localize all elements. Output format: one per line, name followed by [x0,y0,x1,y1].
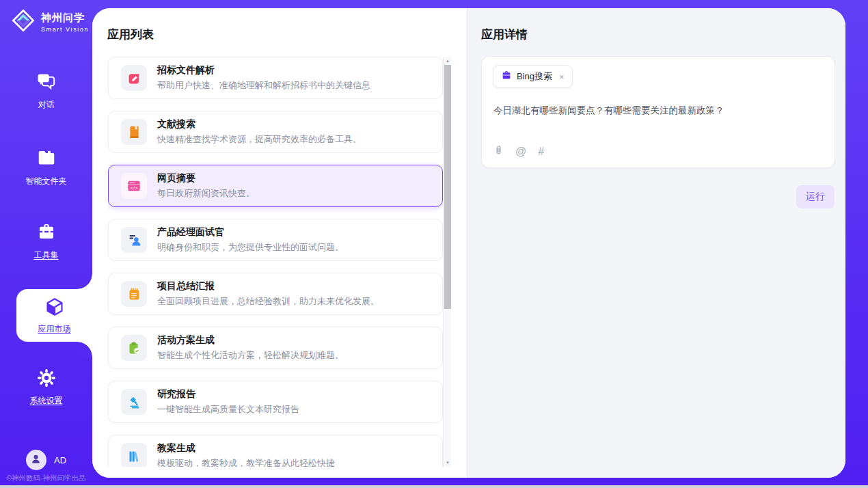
interviewer-icon [121,227,147,253]
app-detail-panel: 应用详情 Bing搜索 × 今日湖北有哪些新闻要点？有哪些需要关注的最新政策？ [467,8,845,478]
chat-icon [36,71,57,94]
app-card-project-summary[interactable]: 项目总结汇报 全面回顾项目进展，总结经验教训，助力未来优化发展。 [108,273,443,315]
app-card-lesson-plan[interactable]: 教案生成 模板驱动，教案秒成，教学准备从此轻松快捷 [108,435,443,467]
edit-document-icon [121,65,147,91]
screen-bottom-edge [0,485,868,488]
app-card-desc: 明确身份和职责，为您提供专业性的面试问题。 [157,241,344,254]
app-card-webpage-summary[interactable]: </> 网页摘要 每日政府新闻资讯快查。 [108,165,443,207]
app-card-research-report[interactable]: 研究报告 一键智能生成高质量长文本研究报告 [108,381,443,423]
app-card-title: 项目总结汇报 [157,280,379,293]
sidebar-item-label: 工具集 [34,249,59,261]
svg-text:</>: </> [131,185,138,190]
app-card-title: 研究报告 [157,388,299,401]
query-text[interactable]: 今日湖北有哪些新闻要点？有哪些需要关注的最新政策？ [493,104,821,118]
sidebar-item-settings[interactable]: 系统设置 [0,368,92,407]
bubble-fillet-bottom [77,342,92,357]
app-card-literature-search[interactable]: 文献搜索 快速精准查找学术资源，提高研究效率的必备工具。 [108,111,443,153]
sidebar-item-label: 应用市场 [38,323,71,335]
paperclip-icon[interactable] [493,144,504,159]
app-card-pm-interviewer[interactable]: 产品经理面试官 明确身份和职责，为您提供专业性的面试问题。 [108,219,443,261]
app-card-desc: 全面回顾项目进展，总结经验教训，助力未来优化发展。 [157,295,379,308]
app-card-desc: 智能生成个性化活动方案，轻松解决规划难题。 [157,349,344,362]
gear-icon [37,368,56,390]
books-icon [121,443,147,467]
toolbox-icon [36,221,57,245]
chip-close-icon[interactable]: × [559,72,565,82]
app-card-event-plan[interactable]: 活动方案生成 智能生成个性化活动方案，轻松解决规划难题。 [108,327,443,369]
webpage-code-icon: </> [121,173,147,199]
cube-icon [44,297,65,320]
sidebar-item-label: 智能文件夹 [26,176,67,187]
clipboard-check-icon [121,335,147,361]
briefcase-icon [501,70,512,83]
sidebar-item-toolset[interactable]: 工具集 [0,221,92,261]
app-list-title: 应用列表 [107,27,154,42]
person-icon [30,453,42,467]
notepad-icon [121,281,147,307]
tool-chip-bing-search[interactable]: Bing搜索 × [493,65,573,88]
diamond-logo-icon [11,8,36,36]
sidebar-footer-text: ©神州数码·神州问学出品 [0,474,92,483]
prompt-card: Bing搜索 × 今日湖北有哪些新闻要点？有哪些需要关注的最新政策？ @ # [481,56,835,168]
user-initials: AD [54,455,66,465]
tool-chip-label: Bing搜索 [517,70,552,83]
app-detail-title: 应用详情 [481,27,528,42]
app-card-bid-analysis[interactable]: 招标文件解析 帮助用户快速、准确地理解和解析招标书中的关键信息 [108,57,443,99]
app-list: 招标文件解析 帮助用户快速、准确地理解和解析招标书中的关键信息 文献搜索 快速精… [108,57,443,467]
sidebar-item-label: 系统设置 [30,395,63,407]
folder-icon [36,148,57,171]
app-card-desc: 模板驱动，教案秒成，教学准备从此轻松快捷 [157,457,335,467]
brand-subtitle: Smart Vision [41,26,89,33]
sidebar-item-smart-folder[interactable]: 智能文件夹 [0,148,92,187]
app-card-title: 活动方案生成 [157,334,344,347]
input-toolbar: @ # [493,144,544,159]
sidebar: 神州问学 Smart Vision 对话 智能文件夹 [0,0,92,488]
bubble-fillet-top [77,274,92,289]
app-card-title: 产品经理面试官 [157,226,344,239]
book-icon [121,119,147,145]
brand-name: 神州问学 [41,12,89,25]
hash-icon[interactable]: # [538,146,544,157]
app-list-scrollbar[interactable]: ▲ ▼ [443,57,451,467]
app-card-desc: 帮助用户快速、准确地理解和解析招标书中的关键信息 [157,79,370,92]
scrollbar-thumb[interactable] [444,65,451,309]
app-card-title: 文献搜索 [157,118,362,131]
run-button[interactable]: 运行 [796,185,835,208]
scroll-down-arrow-icon[interactable]: ▼ [444,459,452,467]
at-icon[interactable]: @ [515,146,526,157]
sidebar-item-app-market[interactable]: 应用市场 [16,289,92,342]
sidebar-item-label: 对话 [38,99,55,111]
app-card-desc: 一键智能生成高质量长文本研究报告 [157,403,299,416]
app-list-panel: 应用列表 招标文件解析 帮助用户快速、准确地理解和解析招标书中的关键信息 [92,8,467,478]
scroll-up-arrow-icon[interactable]: ▲ [444,57,452,65]
microscope-icon [121,389,147,415]
app-card-title: 网页摘要 [157,172,255,185]
avatar[interactable] [26,450,46,470]
app-card-desc: 每日政府新闻资讯快查。 [157,187,255,200]
app-card-title: 招标文件解析 [157,64,370,77]
app-card-desc: 快速精准查找学术资源，提高研究效率的必备工具。 [157,133,362,146]
app-card-title: 教案生成 [157,442,335,455]
user-row: AD [0,450,92,470]
brand-logo: 神州问学 Smart Vision [11,8,89,36]
sidebar-item-chat[interactable]: 对话 [0,71,92,111]
main-content: 应用列表 招标文件解析 帮助用户快速、准确地理解和解析招标书中的关键信息 [92,8,845,478]
